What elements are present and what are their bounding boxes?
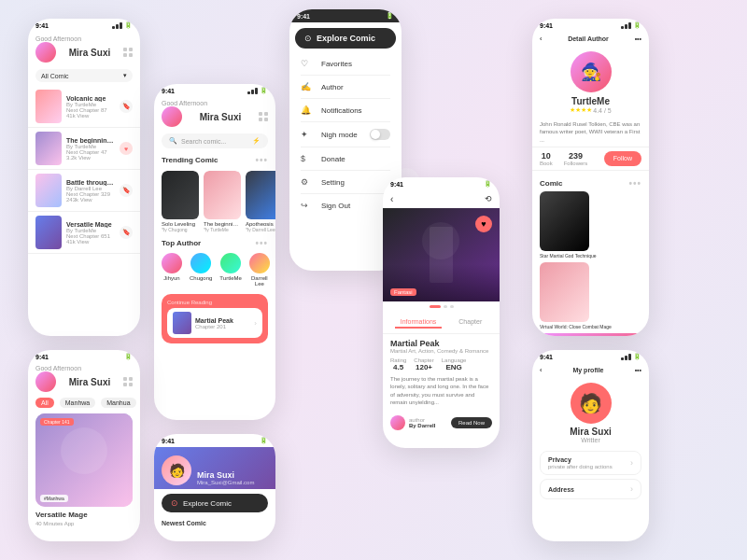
follow-button[interactable]: Follow — [604, 151, 641, 166]
address-item[interactable]: Address › — [540, 479, 641, 499]
my-avatar: 🧑 — [571, 383, 612, 424]
status-time: 9:41 — [540, 22, 553, 29]
grid-icon[interactable] — [123, 48, 133, 57]
username-text: Mira Suxi — [69, 48, 110, 58]
tab-informations[interactable]: Informations — [395, 316, 443, 329]
privacy-value: private after doing actions — [548, 464, 613, 469]
author-avatar — [249, 253, 270, 273]
comic-description: The journey to the martial peak is a lon… — [390, 375, 492, 407]
comic-thumbnail — [35, 174, 62, 207]
gear-icon: ⚙ — [301, 177, 314, 187]
phone-detail-comic: 9:41 🔋 ‹ ⟲ Fantasi ♥ In — [383, 177, 500, 448]
address-arrow-icon: › — [630, 484, 633, 494]
menu-item-notifications[interactable]: 🔔 Notifications — [289, 101, 402, 119]
menu-item-favorites[interactable]: ♡ Favorites — [289, 54, 402, 73]
info-tabs: Informations Chapter — [383, 312, 500, 334]
author-bio: John Ronald Rusel Tolkien, CBE was an fa… — [532, 118, 649, 147]
comic-item[interactable]: The beginning after in the end By Turtle… — [28, 128, 140, 170]
status-icons: 🔋 — [621, 353, 641, 360]
comic-item[interactable]: Versatile Mage By TurtleMe Next Chapter … — [28, 212, 140, 254]
back-button[interactable]: ‹ — [390, 194, 393, 204]
menu-item-donate[interactable]: $ Donate — [289, 149, 402, 168]
author-comics-section: Comic ••• Star Martial God Technique Vir… — [532, 171, 649, 336]
back-button[interactable]: ‹ — [540, 367, 542, 373]
phone-profile-login: 9:41 🔋 🧑 Mira Suxi Mira_Suxi@Gmail.com ⊙… — [154, 434, 275, 541]
explore-header[interactable]: ⊙ Explore Comic — [295, 28, 396, 49]
donate-icon: $ — [301, 154, 314, 163]
profile-name-wrap: Mira Suxi Mira_Suxi@Gmail.com — [197, 470, 254, 485]
menu-item-night-mode[interactable]: ✦ Nigh mode — [289, 124, 402, 145]
menu-label: Setting — [321, 178, 345, 187]
night-mode-toggle[interactable] — [370, 129, 390, 140]
privacy-label: Privacy — [548, 456, 613, 463]
status-time: 9:41 — [35, 22, 49, 29]
search-bar[interactable]: 🔍 Search comic... ⚡ — [162, 133, 268, 148]
author-header: ‹ Detail Author ••• — [532, 32, 649, 46]
comic-info: Versatile Mage By TurtleMe Next Chapter … — [66, 221, 115, 245]
author-item[interactable]: Darrell Lee — [249, 253, 270, 287]
privacy-arrow-icon: › — [630, 458, 633, 468]
tab-chapter[interactable]: Chapter — [453, 316, 487, 329]
read-now-button[interactable]: Read Now — [451, 417, 492, 428]
trending-card[interactable]: Solo Leveling By Chugong — [162, 171, 199, 232]
more-icon[interactable]: ••• — [635, 35, 641, 42]
filter-icon[interactable]: ⚡ — [252, 137, 261, 145]
comic-grid-item[interactable] — [540, 333, 641, 336]
my-profile-title: My profile — [572, 367, 603, 373]
menu-label: Nigh mode — [321, 131, 358, 139]
back-button[interactable]: ‹ — [540, 35, 542, 42]
filter-all[interactable]: All — [35, 398, 54, 408]
more-icon[interactable]: ••• — [635, 367, 641, 373]
menu-item-author[interactable]: ✍ Author — [289, 77, 402, 96]
comic-info: Battle through the heavens By Darrell Le… — [66, 179, 115, 203]
comic-grid-item[interactable] — [540, 191, 589, 251]
filter-manhwa[interactable]: Manhwa — [60, 398, 95, 408]
cr-arrow-icon: › — [254, 319, 257, 328]
share-icon[interactable]: ⟲ — [485, 194, 492, 204]
trending-scroll[interactable]: Solo Leveling By Chugong The beginning..… — [154, 168, 275, 235]
filter-scroll[interactable]: All Manhwa Manhua Manga — [28, 394, 140, 412]
continue-reading-section: Continue Reading Martial Peak Chapter 20… — [162, 294, 268, 343]
explore-button[interactable]: ⊙ Explore Comic — [162, 494, 268, 512]
comic-item[interactable]: Volcanic age By TurtleMe Next Chapter 87… — [28, 86, 140, 128]
grid-icon[interactable] — [123, 377, 133, 386]
signout-icon: ↪ — [301, 201, 314, 210]
comic-grid: Star Martial God Technique Virtual World… — [540, 191, 641, 329]
status-time: 9:41 — [162, 438, 175, 444]
author-name: TurtleMe — [219, 275, 241, 281]
bookmark-icon[interactable]: 🔖 — [120, 184, 133, 197]
user-avatar[interactable] — [35, 42, 56, 63]
bookmark-icon[interactable]: 🔖 — [120, 226, 133, 239]
featured-card[interactable]: Chapter 141 #Manhwa — [35, 413, 133, 507]
grid-icon[interactable] — [259, 112, 268, 121]
comic-item[interactable]: Battle through the heavens By Darrell Le… — [28, 170, 140, 212]
user-avatar[interactable] — [162, 106, 182, 127]
author-stats: 10 Book 239 Followers Follow — [532, 147, 649, 171]
status-time: 9:41 — [162, 88, 175, 94]
user-avatar[interactable] — [35, 371, 56, 392]
continue-reading-label: Continue Reading — [167, 300, 262, 305]
status-time: 9:41 — [35, 354, 49, 360]
featured-card-image — [35, 413, 133, 507]
privacy-item[interactable]: Privacy private after doing actions › — [540, 451, 641, 475]
comic-grid-item[interactable] — [540, 262, 589, 322]
trending-card[interactable]: Apotheosis By Darrell Lee — [246, 171, 275, 232]
author-item[interactable]: TurtleMe — [219, 253, 241, 287]
explore-label: Explore Comic — [317, 34, 387, 43]
continue-reading-item[interactable]: Martial Peak Chapter 201 › — [167, 308, 262, 338]
detail-stats: Rating 4.5 Chapter 120+ Language ENG — [390, 357, 492, 371]
heart-button[interactable]: ♥ — [475, 216, 492, 232]
filter-dropdown[interactable]: All Comic ▾ — [35, 69, 133, 82]
bookmark-icon[interactable]: 🔖 — [120, 100, 133, 113]
comic-detail-info: Martial Peak Martial Art, Action, Comedy… — [383, 334, 500, 412]
author-small-avatar — [390, 415, 405, 430]
author-name: Jihyun — [162, 275, 182, 281]
heart-icon[interactable]: ♥ — [120, 142, 133, 155]
menu-label: Sign Out — [321, 202, 350, 210]
menu-divider — [301, 170, 390, 171]
comic-thumbnail — [35, 132, 62, 165]
trending-card[interactable]: The beginning... By TurtleMe — [204, 171, 241, 232]
author-item[interactable]: Chugong — [190, 253, 212, 287]
author-item[interactable]: Jihyun — [162, 253, 182, 287]
filter-manhua[interactable]: Manhua — [101, 398, 135, 408]
